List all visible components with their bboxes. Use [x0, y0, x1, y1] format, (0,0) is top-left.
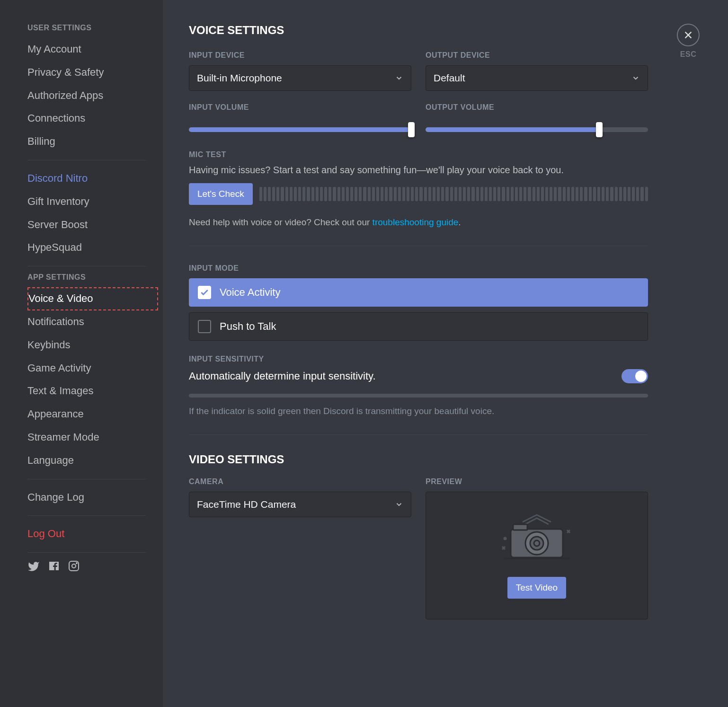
sensitivity-meter [189, 394, 648, 398]
sidebar-item-gift-inventory[interactable]: Gift Inventory [27, 190, 158, 213]
section-header-user-settings: USER SETTINGS [27, 24, 158, 32]
output-device-select[interactable]: Default [426, 65, 648, 91]
output-volume-slider[interactable] [426, 121, 648, 138]
close-label: ESC [677, 50, 700, 59]
close-icon [683, 30, 693, 40]
chevron-down-icon [395, 500, 403, 509]
mic-test-help: Need help with voice or video? Check out… [189, 217, 648, 228]
divider [189, 434, 648, 435]
troubleshooting-link[interactable]: troubleshooting guide [373, 217, 459, 227]
section-header-app-settings: APP SETTINGS [27, 273, 158, 282]
input-device-value: Built-in Microphone [197, 72, 282, 84]
sidebar-item-notifications[interactable]: Notifications [27, 310, 158, 334]
page-title-voice: VOICE SETTINGS [189, 24, 648, 37]
svg-point-8 [530, 537, 543, 550]
sidebar-item-billing[interactable]: Billing [27, 130, 158, 153]
sensitivity-note: If the indicator is solid green then Dis… [189, 406, 648, 416]
sidebar-item-authorized-apps[interactable]: Authorized Apps [27, 84, 158, 107]
close-button[interactable] [677, 24, 700, 46]
toggle-knob [635, 371, 647, 382]
sidebar-item-privacy-safety[interactable]: Privacy & Safety [27, 61, 158, 84]
input-device-select[interactable]: Built-in Microphone [189, 65, 411, 91]
input-mode-option-label: Voice Activity [220, 286, 280, 299]
auto-sensitivity-label: Automatically determine input sensitivit… [189, 370, 376, 382]
divider [27, 515, 146, 516]
sidebar-item-connections[interactable]: Connections [27, 107, 158, 130]
divider [27, 479, 146, 479]
output-device-label: OUTPUT DEVICE [426, 51, 648, 60]
svg-point-11 [504, 538, 506, 539]
sidebar-item-keybinds[interactable]: Keybinds [27, 334, 158, 357]
sidebar-item-language[interactable]: Language [27, 449, 158, 472]
checkbox-unchecked-icon [198, 320, 211, 333]
divider [27, 160, 146, 160]
sidebar-item-streamer-mode[interactable]: Streamer Mode [27, 426, 158, 449]
chevron-down-icon [395, 74, 403, 82]
sidebar-item-my-account[interactable]: My Account [27, 38, 158, 61]
divider [189, 246, 648, 246]
svg-point-1 [72, 564, 76, 568]
input-mode-label: INPUT MODE [189, 264, 648, 273]
sidebar-item-voice-video[interactable]: Voice & Video [27, 287, 158, 310]
output-volume-label: OUTPUT VOLUME [426, 103, 648, 112]
page-title-video: VIDEO SETTINGS [189, 453, 648, 466]
camera-icon [497, 513, 577, 565]
mic-test-label: MIC TEST [189, 150, 648, 159]
mic-test-desc: Having mic issues? Start a test and say … [189, 165, 648, 176]
social-links [27, 560, 158, 573]
svg-point-2 [76, 563, 77, 564]
input-volume-label: INPUT VOLUME [189, 103, 411, 112]
checkbox-checked-icon [198, 286, 211, 299]
sidebar-item-appearance[interactable]: Appearance [27, 403, 158, 426]
test-video-button[interactable]: Test Video [507, 577, 566, 599]
preview-label: PREVIEW [426, 477, 648, 486]
sidebar-item-log-out[interactable]: Log Out [27, 522, 158, 546]
input-mode-voice-activity[interactable]: Voice Activity [189, 278, 648, 307]
help-suffix: . [458, 217, 461, 227]
instagram-icon[interactable] [68, 560, 80, 573]
sidebar-item-discord-nitro[interactable]: Discord Nitro [27, 167, 158, 190]
help-prefix: Need help with voice or video? Check out… [189, 217, 373, 227]
video-preview: Test Video [426, 492, 648, 619]
camera-value: FaceTime HD Camera [197, 499, 296, 510]
mic-test-meter [259, 187, 648, 201]
sidebar-item-server-boost[interactable]: Server Boost [27, 213, 158, 237]
settings-sidebar: USER SETTINGS My Account Privacy & Safet… [0, 0, 163, 707]
divider [27, 266, 146, 266]
input-mode-option-label: Push to Talk [220, 320, 276, 333]
divider [27, 552, 146, 553]
sidebar-item-game-activity[interactable]: Game Activity [27, 357, 158, 380]
sidebar-item-hypesquad[interactable]: HypeSquad [27, 236, 158, 259]
chevron-down-icon [631, 74, 640, 82]
camera-select[interactable]: FaceTime HD Camera [189, 492, 411, 517]
output-device-value: Default [434, 72, 465, 84]
input-mode-push-to-talk[interactable]: Push to Talk [189, 312, 648, 341]
auto-sensitivity-toggle[interactable] [621, 369, 648, 383]
input-volume-slider[interactable] [189, 121, 411, 138]
input-sensitivity-label: INPUT SENSITIVITY [189, 355, 648, 363]
sidebar-item-text-images[interactable]: Text & Images [27, 380, 158, 403]
lets-check-button[interactable]: Let's Check [189, 183, 253, 205]
slider-thumb[interactable] [596, 122, 603, 137]
svg-rect-6 [513, 524, 527, 530]
twitter-icon[interactable] [27, 560, 40, 573]
slider-thumb[interactable] [408, 122, 415, 137]
input-device-label: INPUT DEVICE [189, 51, 411, 60]
settings-main: ESC VOICE SETTINGS INPUT DEVICE Built-in… [163, 0, 728, 707]
camera-label: CAMERA [189, 477, 411, 486]
facebook-icon[interactable] [48, 560, 60, 573]
sidebar-item-change-log[interactable]: Change Log [27, 486, 158, 509]
close-area: ESC [677, 24, 700, 59]
